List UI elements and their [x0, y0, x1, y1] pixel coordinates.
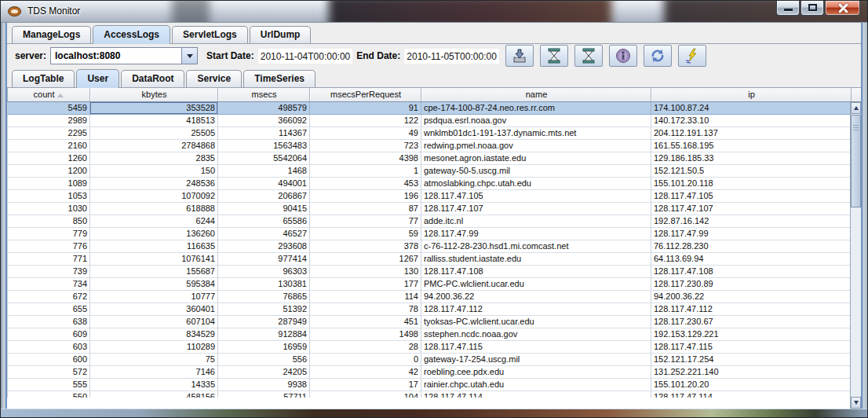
- cell-count[interactable]: 779: [7, 228, 90, 240]
- table-row[interactable]: 7791362604652759128.117.47.99128.117.47.…: [7, 228, 861, 240]
- cell-count[interactable]: 734: [7, 278, 90, 291]
- table-row[interactable]: 10531070092206867196128.117.47.105128.11…: [7, 190, 861, 203]
- table-row[interactable]: 73915568796303130128.117.47.108128.117.4…: [7, 266, 861, 278]
- cell-count[interactable]: 638: [7, 316, 90, 328]
- cell-msecsPerRequest[interactable]: 378: [310, 240, 421, 253]
- table-row[interactable]: 55045815657711104128.117.47.114128.117.4…: [7, 391, 861, 398]
- cell-kbytes[interactable]: 248536: [90, 178, 218, 190]
- scroll-up-button[interactable]: [851, 102, 861, 114]
- table-row[interactable]: 55514335993817rainier.chpc.utah.edu155.1…: [7, 379, 861, 391]
- cell-name[interactable]: tyoksas-PC.wlclient.ucar.edu: [421, 316, 651, 328]
- cell-name[interactable]: 128.117.47.105: [421, 190, 651, 203]
- cell-name[interactable]: wnklmb01dc1-191-137.dynamic.mts.net: [421, 127, 651, 140]
- cell-kbytes[interactable]: 418513: [90, 115, 218, 127]
- cell-msecs[interactable]: 293608: [218, 240, 310, 253]
- close-button[interactable]: [825, 1, 860, 16]
- cell-kbytes[interactable]: 1076141: [90, 253, 218, 266]
- end-date-value[interactable]: 2010-11-05T00:00:00: [404, 49, 499, 64]
- table-row[interactable]: 85062446558677adde.itc.nl192.87.16.142: [7, 215, 861, 228]
- table-row[interactable]: 638607104287949451tyoksas-PC.wlclient.uc…: [7, 316, 861, 328]
- cell-msecs[interactable]: 498579: [218, 102, 310, 115]
- cell-msecsPerRequest[interactable]: 28: [310, 341, 421, 354]
- cell-name[interactable]: sstephen.ncdc.noaa.gov: [421, 328, 651, 341]
- cell-msecsPerRequest[interactable]: 0: [310, 354, 421, 366]
- cell-kbytes[interactable]: 110289: [90, 341, 218, 354]
- cell-ip[interactable]: 128.117.47.112: [651, 303, 852, 316]
- column-header-count[interactable]: count: [7, 88, 90, 101]
- cell-ip[interactable]: 128.117.47.108: [651, 266, 852, 278]
- cell-name[interactable]: 94.200.36.22: [421, 291, 651, 303]
- cell-msecsPerRequest[interactable]: 42: [310, 366, 421, 379]
- cell-msecs[interactable]: 76865: [218, 291, 310, 303]
- combo-dropdown-button[interactable]: [181, 48, 197, 64]
- cell-ip[interactable]: 128.117.47.115: [651, 341, 852, 354]
- cell-kbytes[interactable]: 834529: [90, 328, 218, 341]
- cell-msecs[interactable]: 90415: [218, 203, 310, 215]
- cell-name[interactable]: c-76-112-28-230.hsd1.mi.comcast.net: [421, 240, 651, 253]
- start-time-button[interactable]: [540, 45, 568, 67]
- table-row[interactable]: 77110761419774141267ralliss.student.iast…: [7, 253, 861, 266]
- cell-msecs[interactable]: 206867: [218, 190, 310, 203]
- cell-ip[interactable]: 161.55.168.195: [651, 140, 852, 152]
- tab-servletlogs[interactable]: ServletLogs: [172, 26, 248, 43]
- cell-ip[interactable]: 155.101.20.118: [651, 178, 852, 190]
- cell-kbytes[interactable]: 360401: [90, 303, 218, 316]
- cell-name[interactable]: 128.117.47.115: [421, 341, 651, 354]
- cell-kbytes[interactable]: 458156: [90, 391, 218, 398]
- column-header-msecsPerRequest[interactable]: msecsPerRequest: [310, 88, 421, 101]
- cell-msecs[interactable]: 1563483: [218, 140, 310, 152]
- server-combobox[interactable]: localhost:8080: [50, 47, 198, 64]
- cell-ip[interactable]: 192.153.129.221: [651, 328, 852, 341]
- cell-count[interactable]: 739: [7, 266, 90, 278]
- start-date-value[interactable]: 2010-11-04T00:00:00: [258, 49, 353, 64]
- cell-msecsPerRequest[interactable]: 451: [310, 316, 421, 328]
- info-button[interactable]: [609, 45, 637, 67]
- cell-msecs[interactable]: 114367: [218, 127, 310, 140]
- cell-ip[interactable]: 155.101.20.20: [651, 379, 852, 391]
- cell-kbytes[interactable]: 2835: [90, 152, 218, 165]
- cell-count[interactable]: 550: [7, 391, 90, 398]
- cell-msecs[interactable]: 287949: [218, 316, 310, 328]
- table-row[interactable]: 10306188889041587128.117.47.107128.117.4…: [7, 203, 861, 215]
- column-header-kbytes[interactable]: kbytes: [90, 88, 218, 101]
- cell-count[interactable]: 771: [7, 253, 90, 266]
- cell-count[interactable]: 572: [7, 366, 90, 379]
- cell-kbytes[interactable]: 10777: [90, 291, 218, 303]
- cell-kbytes[interactable]: 14335: [90, 379, 218, 391]
- cell-name[interactable]: adde.itc.nl: [421, 215, 651, 228]
- end-time-button[interactable]: [574, 45, 603, 67]
- cell-count[interactable]: 672: [7, 291, 90, 303]
- cell-kbytes[interactable]: 353528: [90, 102, 218, 115]
- cell-msecsPerRequest[interactable]: 114: [310, 291, 421, 303]
- cell-msecsPerRequest[interactable]: 122: [310, 115, 421, 127]
- column-header-name[interactable]: name: [421, 88, 651, 101]
- cell-msecsPerRequest[interactable]: 87: [310, 203, 421, 215]
- table-row[interactable]: 600755560gateway-17-254.uscg.mil152.121.…: [7, 354, 861, 366]
- cell-count[interactable]: 5459: [7, 102, 90, 115]
- tab-accesslogs[interactable]: AccessLogs: [93, 25, 170, 44]
- cell-ip[interactable]: 174.100.87.24: [651, 102, 852, 115]
- cell-msecsPerRequest[interactable]: 453: [310, 178, 421, 190]
- cell-name[interactable]: PMC-PC.wlclient.ucar.edu: [421, 278, 651, 291]
- cell-msecs[interactable]: 366092: [218, 115, 310, 127]
- table-row[interactable]: 776116635293608378c-76-112-28-230.hsd1.m…: [7, 240, 861, 253]
- cell-ip[interactable]: 76.112.28.230: [651, 240, 852, 253]
- cell-kbytes[interactable]: 150: [90, 165, 218, 178]
- cell-count[interactable]: 1030: [7, 203, 90, 215]
- cell-kbytes[interactable]: 618888: [90, 203, 218, 215]
- cell-kbytes[interactable]: 607104: [90, 316, 218, 328]
- table-row[interactable]: 216027848681563483723redwing.pmel.noaa.g…: [7, 140, 861, 152]
- cell-ip[interactable]: 128.117.47.105: [651, 190, 852, 203]
- cell-msecsPerRequest[interactable]: 4398: [310, 152, 421, 165]
- cell-count[interactable]: 609: [7, 328, 90, 341]
- table-row[interactable]: 1089248536494001453atmoslabking.chpc.uta…: [7, 178, 861, 190]
- cell-name[interactable]: rainier.chpc.utah.edu: [421, 379, 651, 391]
- cell-name[interactable]: 128.117.47.107: [421, 203, 651, 215]
- cell-msecs[interactable]: 57711: [218, 391, 310, 398]
- maximize-button[interactable]: [801, 1, 824, 16]
- cell-name[interactable]: atmoslabking.chpc.utah.edu: [421, 178, 651, 190]
- cell-count[interactable]: 1200: [7, 165, 90, 178]
- refresh-button[interactable]: [644, 45, 672, 67]
- cell-count[interactable]: 603: [7, 341, 90, 354]
- cell-msecs[interactable]: 46527: [218, 228, 310, 240]
